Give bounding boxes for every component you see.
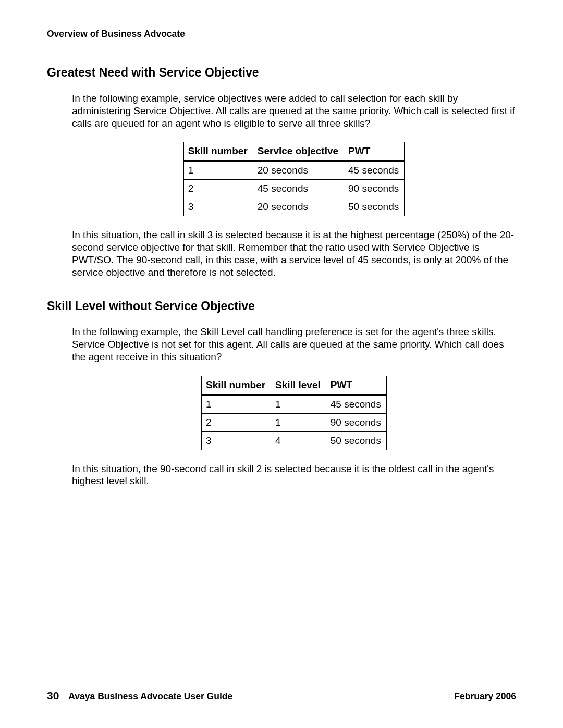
footer-doc-title: Avaya Business Advocate User Guide bbox=[68, 691, 454, 702]
table2-header-row: Skill number Skill level PWT bbox=[202, 376, 387, 394]
table2: Skill number Skill level PWT 1 1 45 seco… bbox=[201, 376, 387, 450]
table1-r2c1: 20 seconds bbox=[253, 198, 344, 216]
table1-r1c1: 45 seconds bbox=[253, 180, 344, 198]
table1-r1c0: 2 bbox=[183, 180, 253, 198]
table1-r2c2: 50 seconds bbox=[344, 198, 405, 216]
table2-h2: PWT bbox=[326, 376, 386, 394]
page-footer: 30 Avaya Business Advocate User Guide Fe… bbox=[47, 689, 516, 702]
table-row: 2 1 90 seconds bbox=[202, 413, 387, 431]
section2-intro: In the following example, the Skill Leve… bbox=[72, 326, 516, 363]
section2-title: Skill Level without Service Objective bbox=[47, 299, 516, 313]
table2-h0: Skill number bbox=[202, 376, 271, 394]
page: Overview of Business Advocate Greatest N… bbox=[0, 0, 563, 728]
section1-intro: In the following example, service object… bbox=[72, 92, 516, 129]
table2-r0c0: 1 bbox=[202, 394, 271, 413]
table2-r1c0: 2 bbox=[202, 413, 271, 431]
section1-title: Greatest Need with Service Objective bbox=[47, 66, 516, 80]
page-number: 30 bbox=[47, 689, 59, 702]
section1-body: In the following example, service object… bbox=[72, 92, 516, 278]
table2-r0c1: 1 bbox=[271, 394, 326, 413]
table1: Skill number Service objective PWT 1 20 … bbox=[183, 142, 405, 216]
table2-r1c2: 90 seconds bbox=[326, 413, 386, 431]
table2-r0c2: 45 seconds bbox=[326, 394, 386, 413]
table-row: 3 4 50 seconds bbox=[202, 431, 387, 450]
table-row: 3 20 seconds 50 seconds bbox=[183, 198, 404, 216]
table2-r2c2: 50 seconds bbox=[326, 431, 386, 450]
table1-r0c2: 45 seconds bbox=[344, 161, 405, 180]
table1-r0c0: 1 bbox=[183, 161, 253, 180]
section2-body: In the following example, the Skill Leve… bbox=[72, 326, 516, 487]
table-row: 1 1 45 seconds bbox=[202, 394, 387, 413]
table1-h2: PWT bbox=[344, 142, 405, 161]
table2-r2c1: 4 bbox=[271, 431, 326, 450]
running-head: Overview of Business Advocate bbox=[47, 29, 516, 40]
footer-date: February 2006 bbox=[454, 691, 516, 702]
section2-conclusion: In this situation, the 90-second call in… bbox=[72, 463, 516, 488]
table1-r0c1: 20 seconds bbox=[253, 161, 344, 180]
table1-h0: Skill number bbox=[183, 142, 253, 161]
table1-r2c0: 3 bbox=[183, 198, 253, 216]
table1-h1: Service objective bbox=[253, 142, 344, 161]
table-row: 2 45 seconds 90 seconds bbox=[183, 180, 404, 198]
table2-h1: Skill level bbox=[271, 376, 326, 394]
table1-header-row: Skill number Service objective PWT bbox=[183, 142, 404, 161]
table1-r1c2: 90 seconds bbox=[344, 180, 405, 198]
section1-conclusion: In this situation, the call in skill 3 i… bbox=[72, 229, 516, 278]
table2-r1c1: 1 bbox=[271, 413, 326, 431]
table2-r2c0: 3 bbox=[202, 431, 271, 450]
table-row: 1 20 seconds 45 seconds bbox=[183, 161, 404, 180]
